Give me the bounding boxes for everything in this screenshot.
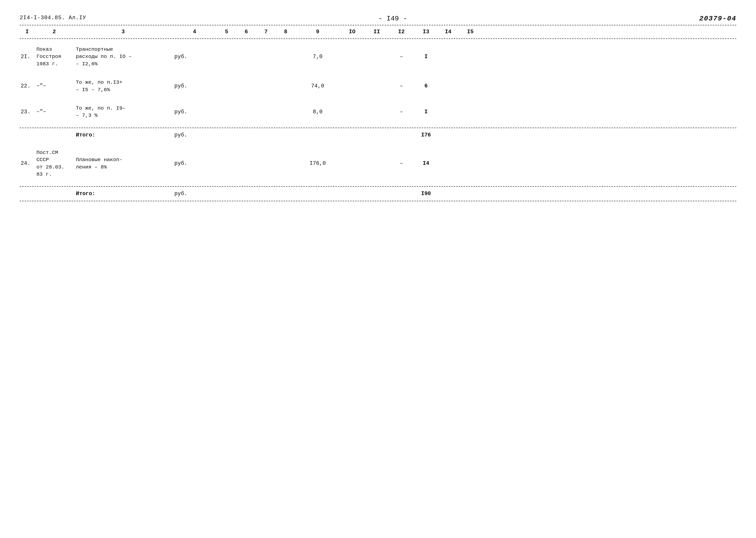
table-row: 23. –"– То же, по п. I9– – 7,3 % руб. 8,… — [20, 98, 736, 124]
row-num-22: 22. — [20, 83, 34, 89]
stamp-number: 20379-04 — [699, 15, 736, 23]
subtotal1-value: I76 — [414, 132, 438, 138]
column-headers: I 2 3 4 5 6 7 8 9 IO II I2 I3 I4 I5 — [20, 25, 736, 39]
col-header-5: 5 — [217, 29, 236, 35]
subtotal-row-2: Итого: руб. I90 — [20, 186, 736, 201]
page-number: - I49 - — [86, 15, 699, 23]
row-col9-24: I76,0 — [295, 160, 340, 167]
subtotal1-unit: руб. — [173, 132, 217, 138]
row-col12-24: – — [389, 160, 414, 167]
page-header: 2I4-I-304.85. Ал.IУ - I49 - 20379-04 — [20, 15, 736, 23]
subtotal2-unit: руб. — [173, 191, 217, 197]
row-num-23: 23. — [20, 109, 34, 115]
table-row: 22. –"– То же, по п.I3+ – I5 – 7,6% руб.… — [20, 72, 736, 98]
col-header-6: 6 — [236, 29, 256, 35]
main-table: I 2 3 4 5 6 7 8 9 IO II I2 I3 I4 I5 2I. … — [20, 25, 736, 201]
col-header-15: I5 — [458, 29, 483, 35]
col-header-10: IO — [340, 29, 365, 35]
row-col12-23: – — [389, 109, 414, 115]
row-col13-21: I — [414, 54, 438, 60]
subtotal1-label: Итого: — [74, 132, 173, 138]
row-source-21: Показ Госстроя 1983 г. — [34, 46, 74, 68]
col-header-14: I4 — [438, 29, 458, 35]
col-header-11: II — [365, 29, 389, 35]
row-source-23: –"– — [34, 108, 74, 116]
subtotal2-label: Итого: — [74, 191, 173, 197]
row-col9-23: 8,0 — [295, 109, 340, 115]
row-num-24: 24. — [20, 160, 34, 167]
row-col13-22: 6 — [414, 83, 438, 89]
table-row: 2I. Показ Госстроя 1983 г. Транспортные … — [20, 39, 736, 72]
row-desc-24: Плановые накоп- ления – 8% — [74, 156, 173, 171]
doc-id: 2I4-I-304.85. Ал.IУ — [20, 15, 86, 21]
subtotal-row-1: Итого: руб. I76 — [20, 128, 736, 142]
col-header-8: 8 — [276, 29, 295, 35]
row-unit-21: руб. — [173, 54, 217, 60]
row-source-22: –"– — [34, 82, 74, 90]
row-col13-24: I4 — [414, 160, 438, 167]
row-col12-21: – — [389, 54, 414, 60]
row-num-21: 2I. — [20, 54, 34, 60]
col-header-3: 3 — [74, 29, 173, 35]
row-col13-23: I — [414, 109, 438, 115]
row-unit-23: руб. — [173, 109, 217, 115]
col-header-2: 2 — [34, 29, 74, 35]
col-header-7: 7 — [256, 29, 276, 35]
col-header-1: I — [20, 29, 34, 35]
row-desc-23: То же, по п. I9– – 7,3 % — [74, 105, 173, 119]
row-unit-24: руб. — [173, 160, 217, 167]
subtotal2-value: I90 — [414, 191, 438, 197]
row-col9-21: 7,0 — [295, 54, 340, 60]
col-header-9: 9 — [295, 29, 340, 35]
row-desc-21: Транспортные расходы по п. IO – – I2,6% — [74, 46, 173, 68]
row-unit-22: руб. — [173, 83, 217, 89]
col-header-13: I3 — [414, 29, 438, 35]
col-header-12: I2 — [389, 29, 414, 35]
row-col9-22: 74,0 — [295, 83, 340, 89]
row-col12-22: – — [389, 83, 414, 89]
col-header-4: 4 — [173, 29, 217, 35]
row-desc-22: То же, по п.I3+ – I5 – 7,6% — [74, 79, 173, 93]
table-row: 24. Пост.СМ СССР от 28.03. 83 г. Плановы… — [20, 142, 736, 183]
row-source-24: Пост.СМ СССР от 28.03. 83 г. — [34, 149, 74, 178]
